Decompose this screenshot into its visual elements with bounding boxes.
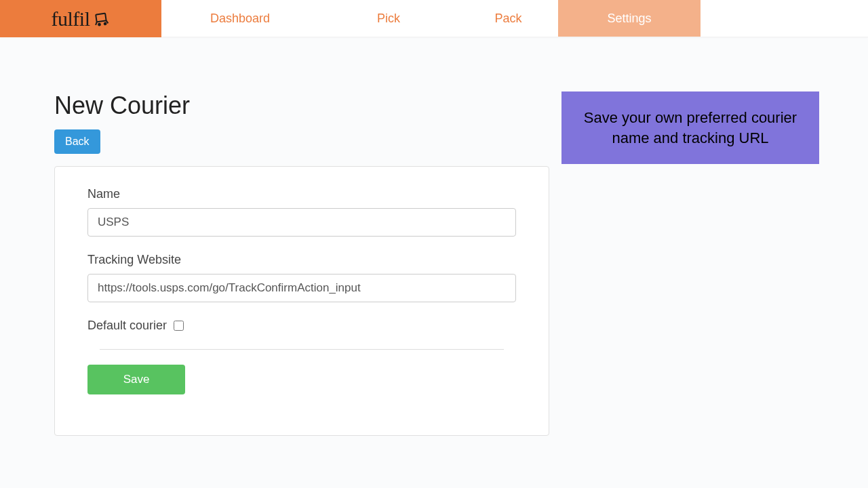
svg-line-1 (95, 22, 97, 25)
nav-pick-label: Pick (377, 12, 400, 26)
name-label: Name (87, 187, 516, 201)
side-column: Save your own preferred courier name and… (561, 92, 819, 436)
default-courier-row: Default courier (87, 319, 516, 333)
courier-form-card: Name Tracking Website Default courier Sa… (54, 166, 549, 436)
nav-pack-label: Pack (494, 12, 521, 26)
svg-point-3 (98, 23, 100, 25)
page-title: New Courier (54, 92, 549, 120)
tracking-label: Tracking Website (87, 253, 516, 267)
nav-settings[interactable]: Settings (558, 0, 701, 37)
default-courier-checkbox[interactable] (174, 321, 184, 331)
tracking-input[interactable] (87, 274, 516, 302)
brand-text: fulfil (52, 7, 90, 30)
name-input[interactable] (87, 208, 516, 237)
page-content: New Courier Back Name Tracking Website D… (0, 37, 868, 463)
svg-point-4 (104, 22, 106, 24)
brand-logo: fulfil (0, 0, 161, 37)
save-button[interactable]: Save (87, 365, 185, 394)
default-courier-label: Default courier (87, 319, 167, 333)
nav-dashboard-label: Dashboard (210, 12, 270, 26)
help-panel: Save your own preferred courier name and… (561, 92, 819, 164)
svg-rect-0 (96, 13, 106, 22)
nav-pick[interactable]: Pick (319, 0, 458, 37)
nav-dashboard[interactable]: Dashboard (161, 0, 319, 37)
nav-settings-label: Settings (607, 12, 651, 26)
cart-icon (91, 7, 111, 33)
top-nav: fulfil Dashboard Pick Pack Settings (0, 0, 868, 37)
main-column: New Courier Back Name Tracking Website D… (54, 92, 549, 436)
nav-pack[interactable]: Pack (458, 0, 558, 37)
form-divider (100, 349, 504, 350)
back-button[interactable]: Back (54, 129, 100, 154)
